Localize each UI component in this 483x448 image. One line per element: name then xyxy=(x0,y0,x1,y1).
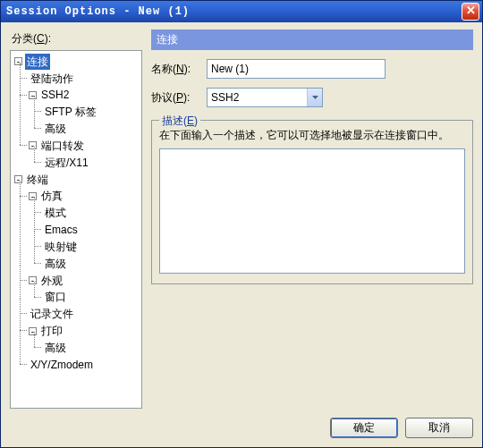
section-header: 连接 xyxy=(151,30,473,50)
description-fieldset: 描述(E) 在下面输入一个描述，它可以可选择地被显示在连接窗口中。 xyxy=(151,120,473,284)
settings-panel: 连接 名称(N): 协议(P): SSH2 xyxy=(151,30,473,409)
tree-node-port-forward[interactable]: 端口转发 xyxy=(39,138,86,154)
tree-collapse-icon[interactable]: - xyxy=(14,57,22,65)
tree-node-mapkeys[interactable]: 映射键 xyxy=(43,239,79,255)
description-legend: 描述(E) xyxy=(159,114,200,129)
tree-node-logfile[interactable]: 记录文件 xyxy=(29,306,75,322)
tree-node-advanced2[interactable]: 高级 xyxy=(43,256,68,272)
tree-collapse-icon[interactable]: - xyxy=(29,91,37,99)
name-label: 名称(N): xyxy=(151,62,207,77)
description-textarea[interactable] xyxy=(159,148,465,274)
tree-node-xyz[interactable]: X/Y/Zmodem xyxy=(29,357,95,373)
tree-node-appearance[interactable]: 外观 xyxy=(39,273,64,289)
tree-node-login-action[interactable]: 登陆动作 xyxy=(29,71,75,87)
button-row: 确定 取消 xyxy=(10,409,473,438)
tree-node-advanced[interactable]: 高级 xyxy=(43,121,68,137)
window-title: Session Options - New (1) xyxy=(6,5,462,18)
name-input[interactable] xyxy=(207,59,386,79)
category-tree[interactable]: -连接 登陆动作 -SSH2 SFTP 标签 高级 xyxy=(10,50,142,409)
protocol-select[interactable]: SSH2 xyxy=(207,88,323,107)
tree-collapse-icon[interactable]: - xyxy=(29,276,37,284)
name-row: 名称(N): xyxy=(151,59,473,79)
category-panel: 分类(C): -连接 登陆动作 -SSH2 SFTP 标签 xyxy=(10,30,142,409)
tree-node-remote-x11[interactable]: 远程/X11 xyxy=(43,155,90,171)
tree-node-mode[interactable]: 模式 xyxy=(43,205,68,221)
cancel-button[interactable]: 取消 xyxy=(405,418,473,438)
titlebar: Session Options - New (1) ✕ xyxy=(1,1,482,22)
tree-node-emulation[interactable]: 仿真 xyxy=(39,188,64,204)
tree-node-terminal[interactable]: 终端 xyxy=(25,172,50,188)
protocol-row: 协议(P): SSH2 xyxy=(151,88,473,107)
tree-collapse-icon[interactable]: - xyxy=(29,192,37,200)
session-options-dialog: Session Options - New (1) ✕ 分类(C): -连接 登… xyxy=(0,0,483,448)
tree-collapse-icon[interactable]: - xyxy=(14,175,22,183)
tree-node-print[interactable]: 打印 xyxy=(39,323,64,339)
tree-node-connect[interactable]: 连接 xyxy=(25,54,50,70)
description-hint: 在下面输入一个描述，它可以可选择地被显示在连接窗口中。 xyxy=(159,128,465,143)
tree-node-ssh2[interactable]: SSH2 xyxy=(39,87,71,103)
tree-node-window[interactable]: 窗口 xyxy=(43,289,68,305)
protocol-label: 协议(P): xyxy=(151,90,207,106)
close-button[interactable]: ✕ xyxy=(462,3,479,21)
tree-collapse-icon[interactable]: - xyxy=(29,141,37,149)
tree-node-advanced3[interactable]: 高级 xyxy=(43,340,68,356)
category-label: 分类(C): xyxy=(12,31,142,46)
tree-collapse-icon[interactable]: - xyxy=(29,327,37,335)
tree-node-emacs[interactable]: Emacs xyxy=(43,222,80,238)
tree-node-sftp[interactable]: SFTP 标签 xyxy=(43,104,98,120)
protocol-value: SSH2 xyxy=(208,91,307,104)
dialog-body: 分类(C): -连接 登陆动作 -SSH2 SFTP 标签 xyxy=(1,22,482,447)
ok-button[interactable]: 确定 xyxy=(330,418,398,438)
chevron-down-icon xyxy=(307,89,322,106)
